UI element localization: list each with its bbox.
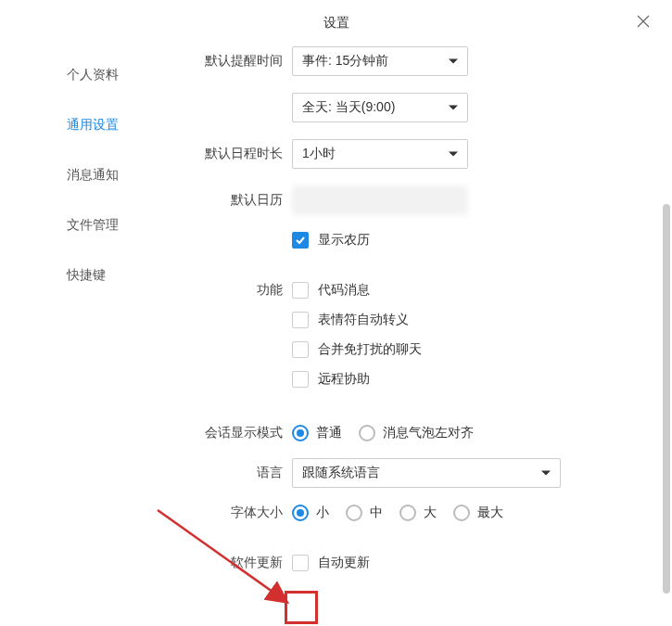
radio-display-normal[interactable]	[292, 425, 309, 441]
scrollbar-thumb[interactable]	[663, 204, 670, 594]
select-language-value: 跟随系统语言	[302, 465, 380, 481]
dialog-title: 设置	[0, 15, 672, 32]
radio-font-small[interactable]	[292, 505, 309, 521]
select-reminder-event[interactable]: 事件: 15分钟前	[292, 46, 468, 76]
label-display-normal: 普通	[316, 425, 342, 441]
label-language: 语言	[162, 465, 283, 481]
default-calendar-blurred	[292, 185, 468, 215]
label-display-bubble-left: 消息气泡左对齐	[383, 425, 474, 441]
caret-down-icon	[541, 471, 551, 476]
sidebar-item-files[interactable]: 文件管理	[0, 200, 162, 250]
label-default-reminder: 默认提醒时间	[162, 53, 283, 70]
label-merge-dnd: 合并免打扰的聊天	[318, 341, 422, 358]
checkbox-code-message[interactable]	[292, 282, 309, 299]
radio-font-large[interactable]	[399, 505, 416, 521]
checkbox-show-lunar[interactable]	[292, 232, 309, 249]
label-font-size: 字体大小	[162, 505, 283, 521]
label-font-medium: 中	[370, 505, 383, 521]
select-reminder-allday[interactable]: 全天: 当天(9:00)	[292, 93, 468, 122]
label-code-message: 代码消息	[318, 282, 370, 299]
label-emoji-auto: 表情符自动转义	[318, 312, 409, 328]
checkbox-merge-dnd[interactable]	[292, 341, 309, 358]
content-panel: 默认提醒时间 事件: 15分钟前 全天: 当天(9:00) 默认日程时长	[162, 46, 653, 626]
sidebar-item-profile[interactable]: 个人资料	[0, 50, 162, 100]
caret-down-icon	[449, 106, 458, 110]
close-icon[interactable]	[635, 13, 652, 30]
checkbox-emoji-auto[interactable]	[292, 312, 309, 328]
checkbox-remote-assist[interactable]	[292, 371, 309, 388]
select-reminder-allday-value: 全天: 当天(9:00)	[302, 99, 395, 116]
select-reminder-event-value: 事件: 15分钟前	[302, 53, 388, 70]
label-session-display: 会话显示模式	[162, 425, 283, 441]
label-auto-update: 自动更新	[318, 555, 370, 571]
caret-down-icon	[449, 59, 458, 64]
select-duration[interactable]: 1小时	[292, 139, 468, 169]
caret-down-icon	[449, 152, 458, 157]
label-show-lunar: 显示农历	[318, 232, 370, 249]
sidebar-item-shortcuts[interactable]: 快捷键	[0, 250, 162, 300]
label-remote-assist: 远程协助	[318, 371, 370, 388]
radio-font-xlarge[interactable]	[453, 505, 470, 521]
label-software-update: 软件更新	[162, 555, 283, 571]
sidebar-item-notifications[interactable]: 消息通知	[0, 150, 162, 200]
select-language[interactable]: 跟随系统语言	[292, 458, 561, 488]
radio-font-medium[interactable]	[346, 505, 362, 521]
label-font-large: 大	[424, 505, 437, 521]
radio-display-bubble-left[interactable]	[359, 425, 375, 441]
label-font-small: 小	[316, 505, 329, 521]
label-default-duration: 默认日程时长	[162, 146, 283, 162]
label-features: 功能	[162, 282, 283, 299]
sidebar-item-general[interactable]: 通用设置	[0, 100, 162, 150]
sidebar: 个人资料 通用设置 消息通知 文件管理 快捷键	[0, 46, 162, 300]
label-font-xlarge: 最大	[477, 505, 503, 521]
select-duration-value: 1小时	[302, 146, 336, 162]
label-default-calendar: 默认日历	[162, 192, 283, 209]
checkbox-auto-update[interactable]	[292, 555, 309, 571]
